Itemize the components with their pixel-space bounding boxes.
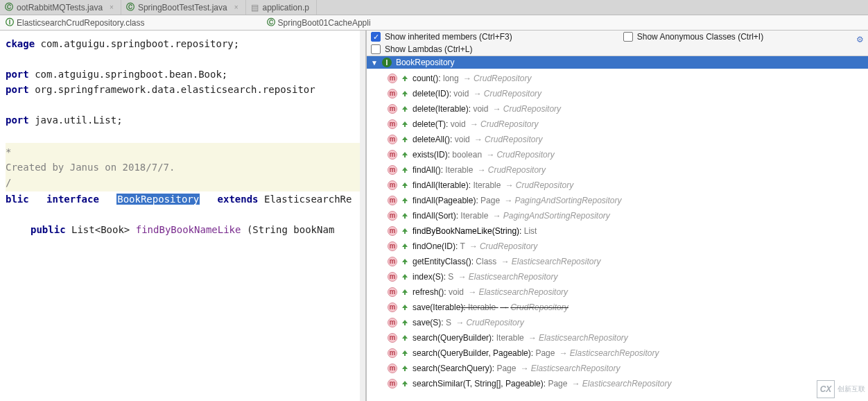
code-keyword: public	[31, 224, 66, 235]
checkbox-label: Show Anonymous Classes (Ctrl+I)	[637, 32, 763, 42]
structure-member[interactable]: msearch(QueryBuilder): Iterable →Elastic…	[367, 330, 868, 345]
structure-member[interactable]: mgetEntityClass(): Class →ElasticsearchR…	[367, 254, 868, 269]
show-inherited-checkbox[interactable]: Show inherited members (Ctrl+F3)	[371, 32, 512, 42]
code-text: ElasticsearchRe	[264, 194, 351, 205]
inherited-up-icon	[401, 304, 408, 311]
class-icon: Ⓒ	[267, 17, 275, 28]
method-icon: m	[388, 257, 397, 266]
structure-member[interactable]: msearchSimilar(T, String[], Pageable): P…	[367, 376, 868, 391]
method-icon: m	[388, 211, 397, 221]
method-icon: m	[388, 333, 397, 343]
structure-tree[interactable]: mcount(): long →CrudRepositorymdelete(ID…	[367, 69, 868, 397]
checkbox-icon	[623, 32, 633, 42]
method-icon: m	[388, 272, 397, 282]
code-keyword: port	[6, 84, 29, 95]
member-signature: findAll(Iterable): Iterable →CrudReposit…	[413, 178, 573, 192]
code-keyword: port	[6, 69, 29, 80]
close-icon[interactable]: ×	[234, 3, 238, 11]
inherited-up-icon	[401, 334, 408, 341]
member-signature: refresh(): void →ElasticsearchRepository	[413, 285, 568, 299]
structure-member[interactable]: mdelete(Iterable): void →CrudRepository	[367, 101, 868, 117]
structure-panel: Show inherited members (Ctrl+F3) Show An…	[366, 31, 868, 401]
file-tab-label: SpringBootTestTest.java	[138, 3, 227, 12]
structure-member[interactable]: mfindAll(Pageable): Page →PagingAndSorti…	[367, 193, 868, 208]
member-signature: delete(ID): void →CrudRepository	[413, 87, 541, 101]
inherited-up-icon	[401, 350, 408, 357]
member-signature: delete(Iterable): void →CrudRepository	[413, 102, 561, 116]
structure-member[interactable]: mcount(): long →CrudRepository	[367, 71, 868, 86]
inherited-up-icon	[401, 151, 408, 158]
interface-icon: I	[382, 58, 392, 67]
code-comment: *	[6, 144, 365, 160]
member-signature: getEntityClass(): Class →ElasticsearchRe…	[413, 255, 600, 268]
structure-root[interactable]: ▼ I BookRepository	[367, 56, 868, 69]
file-sub-tab-label: ElasticsearchCrudRepository.class	[17, 18, 145, 28]
show-lambdas-checkbox[interactable]: Show Lambdas (Ctrl+L)	[371, 44, 472, 54]
inherited-up-icon	[401, 105, 408, 112]
checkbox-label: Show Lambdas (Ctrl+L)	[385, 44, 472, 54]
file-tab[interactable]: ▤ application.p	[246, 0, 317, 15]
structure-member[interactable]: msearch(QueryBuilder, Pageable): Page →E…	[367, 345, 868, 361]
file-tab[interactable]: Ⓒ SpringBootTestTest.java ×	[121, 0, 246, 15]
checkbox-label: Show inherited members (Ctrl+F3)	[385, 32, 512, 42]
method-icon: m	[388, 302, 397, 312]
structure-member[interactable]: mexists(ID): boolean →CrudRepository	[367, 147, 868, 162]
editor-scrollbar[interactable]	[360, 31, 365, 401]
method-icon: m	[388, 150, 397, 160]
structure-member[interactable]: mindex(S): S →ElasticsearchRepository	[367, 269, 868, 284]
gear-icon[interactable]: ⚙	[856, 35, 864, 44]
method-icon: m	[388, 74, 397, 83]
inherited-up-icon	[401, 212, 408, 219]
structure-member[interactable]: mfindAll(Sort): Iterable →PagingAndSorti…	[367, 208, 868, 223]
method-icon: m	[388, 318, 397, 327]
member-signature: save(Iterable): Iterable →CrudRepository	[413, 300, 568, 314]
member-signature: delete(T): void →CrudRepository	[413, 117, 538, 131]
watermark-logo: CX	[817, 380, 835, 398]
class-icon: Ⓒ	[4, 3, 14, 12]
code-keyword: extends	[218, 194, 259, 205]
inherited-up-icon	[401, 273, 408, 280]
method-icon: m	[388, 180, 397, 190]
member-signature: count(): long →CrudRepository	[413, 71, 531, 85]
inherited-up-icon	[401, 365, 408, 372]
file-tab-label: application.p	[263, 3, 309, 12]
code-text: (String bookNam	[247, 224, 334, 235]
checkbox-icon	[371, 32, 381, 42]
member-signature: exists(ID): boolean →CrudRepository	[413, 148, 555, 162]
member-signature: index(S): S →ElasticsearchRepository	[413, 270, 557, 284]
file-sub-tab-label: SpringBoot01CacheAppli	[278, 18, 371, 28]
structure-member[interactable]: mfindOne(ID): T →CrudRepository	[367, 239, 868, 254]
structure-member[interactable]: mfindByBookNameLike(String): List	[367, 223, 868, 239]
member-signature: findByBookNameLike(String): List	[413, 224, 537, 238]
method-icon: m	[388, 104, 397, 114]
show-anonymous-checkbox[interactable]: Show Anonymous Classes (Ctrl+I)	[623, 32, 763, 42]
member-signature: searchSimilar(T, String[], Pageable): Pa…	[413, 377, 672, 391]
file-sub-tab[interactable]: Ⓘ ElasticsearchCrudRepository.class	[0, 15, 150, 30]
structure-member[interactable]: mdeleteAll(): void →CrudRepository	[367, 132, 868, 147]
code-editor[interactable]: ckage com.atguigu.springboot.repository;…	[0, 31, 366, 401]
inherited-up-icon	[401, 228, 408, 234]
code-text: org.springframework.data.elasticsearch.r…	[29, 84, 315, 95]
structure-member[interactable]: msave(S): S →CrudRepository	[367, 315, 868, 330]
code-keyword: ckage	[6, 38, 35, 49]
structure-member[interactable]: mfindAll(Iterable): Iterable →CrudReposi…	[367, 178, 868, 193]
structure-member[interactable]: mfindAll(): Iterable →CrudRepository	[367, 162, 868, 178]
method-icon: m	[388, 226, 397, 236]
structure-member[interactable]: msave(Iterable): Iterable →CrudRepositor…	[367, 300, 868, 315]
structure-member[interactable]: mdelete(ID): void →CrudRepository	[367, 86, 868, 101]
structure-member[interactable]: msearch(SearchQuery): Page →Elasticsearc…	[367, 361, 868, 376]
close-icon[interactable]: ×	[110, 3, 114, 11]
member-signature: search(QueryBuilder): Iterable →Elastics…	[413, 331, 628, 345]
watermark: CX 创新互联	[817, 380, 865, 398]
interface-icon: Ⓘ	[6, 17, 14, 28]
inherited-up-icon	[401, 258, 408, 265]
file-tab[interactable]: Ⓒ ootRabbitMQTests.java ×	[0, 0, 121, 15]
chevron-down-icon: ▼	[371, 59, 378, 67]
code-keyword: interface	[46, 194, 99, 205]
member-signature: search(SearchQuery): Page →Elasticsearch…	[413, 361, 620, 375]
file-sub-tab[interactable]: Ⓒ SpringBoot01CacheAppli	[261, 15, 376, 30]
editor-file-tabs: Ⓒ ootRabbitMQTests.java × Ⓒ SpringBootTe…	[0, 0, 868, 15]
structure-member[interactable]: mrefresh(): void →ElasticsearchRepositor…	[367, 284, 868, 300]
method-icon: m	[388, 379, 397, 389]
structure-member[interactable]: mdelete(T): void →CrudRepository	[367, 117, 868, 132]
